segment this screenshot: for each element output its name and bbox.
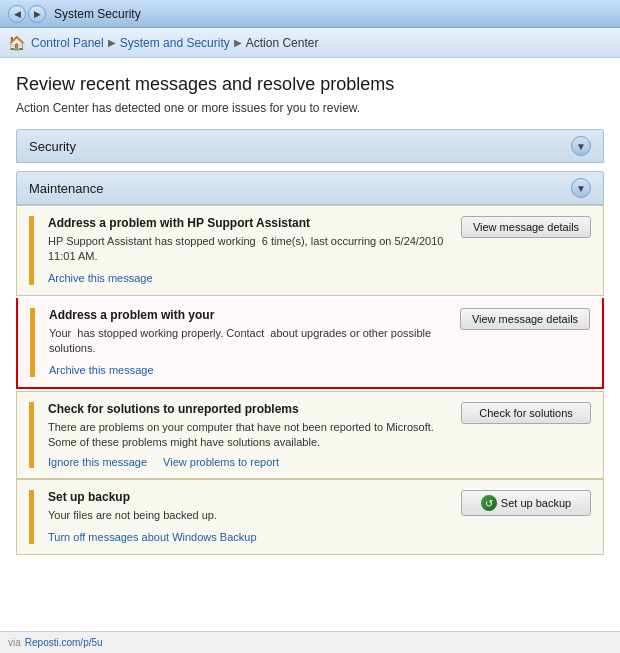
message-card-address-problem: Address a problem with your Your has sto… xyxy=(16,298,604,389)
message-actions-problem: View message details xyxy=(460,308,590,330)
archive-link-hp[interactable]: Archive this message xyxy=(48,272,153,284)
breadcrumb: Control Panel ▶ System and Security ▶ Ac… xyxy=(31,36,318,50)
solutions-links-row: Ignore this message View problems to rep… xyxy=(48,456,451,468)
back-button[interactable]: ◀ xyxy=(8,5,26,23)
maintenance-label: Maintenance xyxy=(29,181,103,196)
main-content: Review recent messages and resolve probl… xyxy=(0,58,620,631)
view-message-details-hp-button[interactable]: View message details xyxy=(461,216,591,238)
message-text-solutions: There are problems on your computer that… xyxy=(48,420,451,451)
forward-button[interactable]: ▶ xyxy=(28,5,46,23)
accent-bar xyxy=(29,216,34,285)
message-actions-backup: ↺ Set up backup xyxy=(461,490,591,516)
archive-link-problem[interactable]: Archive this message xyxy=(49,364,154,376)
message-card-check-solutions: Check for solutions to unreported proble… xyxy=(16,391,604,480)
turnoff-backup-link[interactable]: Turn off messages about Windows Backup xyxy=(48,531,257,543)
security-chevron-icon: ▼ xyxy=(571,136,591,156)
breadcrumb-sep-1: ▶ xyxy=(108,37,116,48)
bottom-bar: via Reposti.com/p/5u xyxy=(0,631,620,653)
backup-icon: ↺ xyxy=(481,495,497,511)
breadcrumb-system-security[interactable]: System and Security xyxy=(120,36,230,50)
breadcrumb-control-panel[interactable]: Control Panel xyxy=(31,36,104,50)
message-text-backup: Your files are not being backed up. xyxy=(48,508,451,523)
message-text-hp: HP Support Assistant has stopped working… xyxy=(48,234,451,265)
reposti-link[interactable]: Reposti.com/p/5u xyxy=(25,637,103,648)
check-for-solutions-button[interactable]: Check for solutions xyxy=(461,402,591,424)
set-up-backup-button[interactable]: ↺ Set up backup xyxy=(461,490,591,516)
message-card-backup: Set up backup Your files are not being b… xyxy=(16,479,604,554)
message-title-backup: Set up backup xyxy=(48,490,451,504)
window-controls: ◀ ▶ xyxy=(8,5,46,23)
accent-bar-3 xyxy=(29,402,34,469)
message-actions-solutions: Check for solutions xyxy=(461,402,591,424)
page-title: Review recent messages and resolve probl… xyxy=(16,74,604,95)
message-text-problem: Your has stopped working properly. Conta… xyxy=(49,326,450,357)
folder-icon: 🏠 xyxy=(8,35,25,51)
accent-bar-4 xyxy=(29,490,34,543)
message-actions-hp: View message details xyxy=(461,216,591,238)
backup-button-label: Set up backup xyxy=(501,497,571,509)
security-label: Security xyxy=(29,139,76,154)
breadcrumb-sep-2: ▶ xyxy=(234,37,242,48)
maintenance-chevron-icon: ▼ xyxy=(571,178,591,198)
message-title-solutions: Check for solutions to unreported proble… xyxy=(48,402,451,416)
title-bar: ◀ ▶ System Security xyxy=(0,0,620,28)
via-label: via xyxy=(8,637,21,648)
ignore-message-link[interactable]: Ignore this message xyxy=(48,456,147,468)
maintenance-section-header[interactable]: Maintenance ▼ xyxy=(16,171,604,205)
view-problems-link[interactable]: View problems to report xyxy=(163,456,279,468)
message-body-problem: Address a problem with your Your has sto… xyxy=(49,308,450,377)
message-body-solutions: Check for solutions to unreported proble… xyxy=(48,402,451,469)
address-bar: 🏠 Control Panel ▶ System and Security ▶ … xyxy=(0,28,620,58)
message-body-backup: Set up backup Your files are not being b… xyxy=(48,490,451,543)
view-message-details-problem-button[interactable]: View message details xyxy=(460,308,590,330)
message-body-hp: Address a problem with HP Support Assist… xyxy=(48,216,451,285)
page-subtitle: Action Center has detected one or more i… xyxy=(16,101,604,115)
title-bar-text: System Security xyxy=(54,7,141,21)
message-title-hp: Address a problem with HP Support Assist… xyxy=(48,216,451,230)
breadcrumb-action-center: Action Center xyxy=(246,36,319,50)
message-title-problem: Address a problem with your xyxy=(49,308,450,322)
message-card-hp-support: Address a problem with HP Support Assist… xyxy=(16,205,604,296)
security-section-header[interactable]: Security ▼ xyxy=(16,129,604,163)
accent-bar-2 xyxy=(30,308,35,377)
